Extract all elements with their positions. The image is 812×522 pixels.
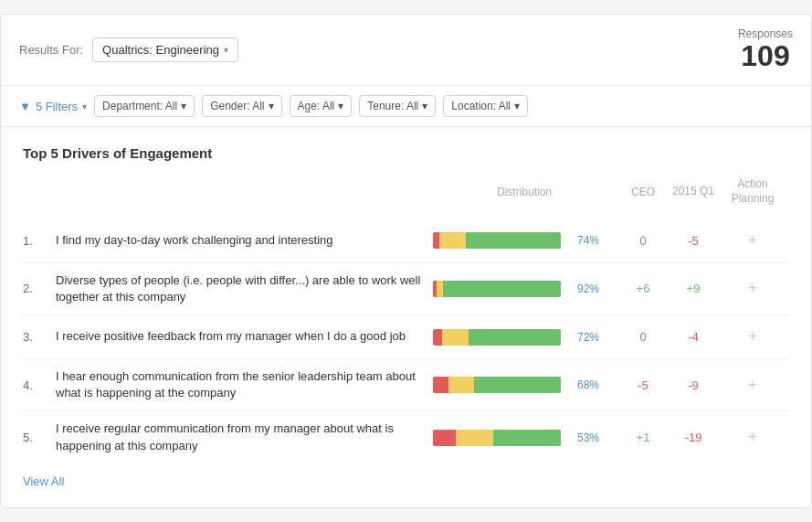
row-number: 4. bbox=[23, 378, 56, 392]
table-row: 3. I receive positive feedback from my m… bbox=[23, 315, 789, 359]
bar-green bbox=[443, 281, 561, 297]
chevron-down-icon: ▾ bbox=[82, 101, 87, 112]
table-header: Distribution CEO 2015 Q1 Action Planning bbox=[23, 177, 789, 211]
row-q1-value: -5 bbox=[670, 234, 716, 248]
bar-green bbox=[493, 430, 561, 446]
bar-red bbox=[433, 329, 442, 346]
bar-green bbox=[474, 377, 561, 393]
bar-yellow bbox=[442, 329, 469, 346]
bar-red bbox=[433, 232, 439, 249]
row-ceo-value: +6 bbox=[616, 282, 670, 295]
row-question: Diverse types of people (i.e. people wit… bbox=[56, 272, 433, 305]
results-dropdown-label: Qualtrics: Engineering bbox=[102, 43, 219, 57]
table-row: 5. I receive regular communication from … bbox=[23, 411, 789, 463]
row-distribution: 68% bbox=[433, 377, 616, 393]
chevron-down-icon: ▾ bbox=[181, 100, 186, 112]
distribution-col-header: Distribution bbox=[433, 186, 616, 198]
results-for-section: Results For: Qualtrics: Engineering ▾ bbox=[19, 37, 238, 62]
row-q1-value: -4 bbox=[670, 330, 716, 344]
row-distribution: 72% bbox=[433, 329, 616, 346]
bar-percentage: 53% bbox=[566, 431, 599, 444]
table-row: 1. I find my day-to-day work challenging… bbox=[23, 219, 789, 263]
bar-green bbox=[466, 232, 561, 249]
row-ceo-value: 0 bbox=[616, 234, 670, 248]
year-q-col-header: 2015 Q1 bbox=[670, 185, 716, 199]
tenure-filter[interactable]: Tenure: All ▾ bbox=[359, 95, 436, 117]
row-ceo-value: -5 bbox=[616, 378, 670, 392]
row-number: 3. bbox=[23, 330, 56, 344]
row-question: I hear enough communication from the sen… bbox=[56, 368, 433, 401]
add-action-button[interactable]: + bbox=[748, 377, 758, 393]
chevron-down-icon: ▾ bbox=[224, 45, 228, 55]
bar-green bbox=[469, 329, 561, 346]
add-action-button[interactable]: + bbox=[748, 328, 758, 345]
filters-row: ▼ 5 Filters ▾ Department: All ▾ Gender: … bbox=[1, 86, 811, 127]
row-action-cell: + bbox=[716, 377, 789, 394]
bar-percentage: 92% bbox=[566, 282, 599, 295]
row-q1-value: -19 bbox=[670, 431, 716, 444]
row-distribution: 74% bbox=[433, 232, 616, 249]
bar-red bbox=[433, 377, 448, 393]
results-for-label: Results For: bbox=[19, 43, 83, 57]
view-all-link[interactable]: View All bbox=[23, 474, 64, 488]
row-action-cell: + bbox=[716, 429, 789, 446]
distribution-bar bbox=[433, 281, 561, 297]
table-row: 2. Diverse types of people (i.e. people … bbox=[23, 263, 789, 315]
bar-percentage: 68% bbox=[566, 378, 599, 391]
filter-icon: ▼ bbox=[19, 100, 31, 113]
bar-yellow bbox=[437, 281, 443, 297]
responses-box: Responses 109 bbox=[738, 27, 793, 72]
add-action-button[interactable]: + bbox=[748, 280, 758, 296]
row-number: 5. bbox=[23, 431, 56, 444]
row-action-cell: + bbox=[716, 280, 789, 297]
main-content: Top 5 Drivers of Engagement Distribution… bbox=[1, 127, 811, 506]
department-filter[interactable]: Department: All ▾ bbox=[94, 95, 195, 117]
gender-filter[interactable]: Gender: All ▾ bbox=[202, 95, 281, 117]
row-question: I receive regular communication from my … bbox=[56, 421, 433, 453]
row-action-cell: + bbox=[716, 232, 789, 250]
table-row: 4. I hear enough communication from the … bbox=[23, 359, 789, 411]
location-filter[interactable]: Location: All ▾ bbox=[443, 95, 528, 117]
responses-label: Responses bbox=[738, 27, 793, 40]
chevron-down-icon: ▾ bbox=[338, 100, 343, 112]
age-filter-label: Age: All bbox=[298, 100, 335, 112]
bar-yellow bbox=[439, 232, 466, 249]
distribution-bar bbox=[433, 377, 561, 393]
row-question: I receive positive feedback from my mana… bbox=[56, 328, 433, 345]
row-number: 1. bbox=[23, 234, 56, 248]
row-q1-value: -9 bbox=[670, 378, 716, 392]
distribution-bar bbox=[433, 329, 561, 346]
ceo-col-header: CEO bbox=[616, 186, 670, 198]
header: Results For: Qualtrics: Engineering ▾ Re… bbox=[1, 15, 811, 86]
bar-percentage: 74% bbox=[566, 234, 599, 247]
tenure-filter-label: Tenure: All bbox=[367, 100, 418, 112]
chevron-down-icon: ▾ bbox=[514, 100, 520, 112]
add-action-button[interactable]: + bbox=[748, 429, 758, 445]
row-ceo-value: 0 bbox=[616, 330, 670, 344]
row-question: I find my day-to-day work challenging an… bbox=[56, 232, 433, 249]
filters-button[interactable]: ▼ 5 Filters ▾ bbox=[19, 100, 87, 113]
row-number: 2. bbox=[23, 282, 56, 295]
responses-count: 109 bbox=[738, 40, 793, 72]
age-filter[interactable]: Age: All ▾ bbox=[290, 95, 353, 117]
distribution-bar bbox=[433, 430, 561, 446]
bar-red bbox=[433, 430, 456, 446]
gender-filter-label: Gender: All bbox=[210, 100, 264, 112]
department-filter-label: Department: All bbox=[102, 100, 177, 112]
add-action-button[interactable]: + bbox=[748, 232, 758, 249]
bar-yellow bbox=[456, 430, 493, 446]
results-dropdown[interactable]: Qualtrics: Engineering ▾ bbox=[92, 37, 238, 62]
location-filter-label: Location: All bbox=[451, 100, 511, 112]
filters-label: 5 Filters bbox=[36, 100, 78, 113]
row-distribution: 92% bbox=[433, 281, 616, 297]
section-title: Top 5 Drivers of Engagement bbox=[23, 145, 789, 161]
row-action-cell: + bbox=[716, 328, 789, 346]
row-q1-value: +9 bbox=[670, 282, 716, 295]
rows-container: 1. I find my day-to-day work challenging… bbox=[23, 219, 789, 463]
distribution-bar bbox=[433, 232, 561, 249]
action-col-header: Action Planning bbox=[716, 177, 789, 206]
bar-percentage: 72% bbox=[566, 331, 599, 344]
row-distribution: 53% bbox=[433, 430, 616, 446]
drivers-table: Distribution CEO 2015 Q1 Action Planning… bbox=[23, 177, 789, 463]
chevron-down-icon: ▾ bbox=[269, 100, 274, 112]
